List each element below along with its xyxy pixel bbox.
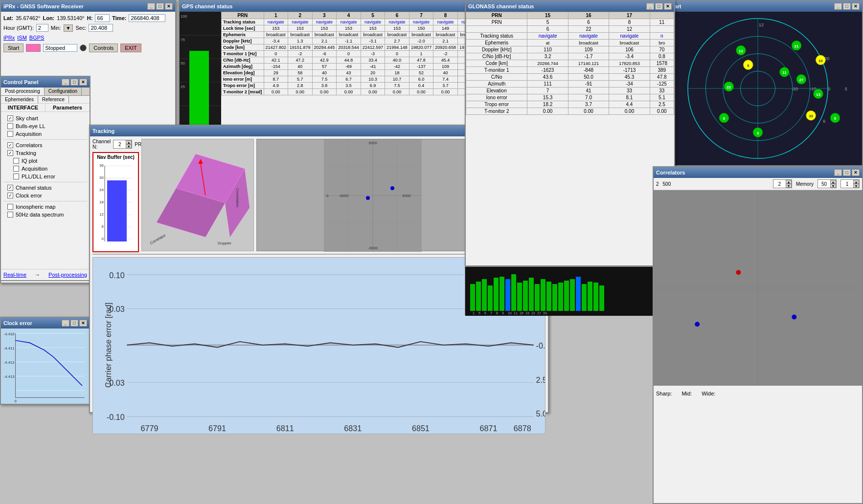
right-close-btn[interactable]: ✕ [852, 169, 860, 176]
gmt-input[interactable] [36, 24, 48, 32]
channel-down-btn[interactable]: ▼ [126, 144, 132, 148]
right-spinner-1[interactable]: ▲ ▼ [773, 179, 792, 188]
glonass-title-bar: GLONASS channel status _ □ ✕ [466, 1, 674, 12]
right-spinner-3[interactable]: ▲ ▼ [840, 179, 860, 188]
data-spectrum-item[interactable]: 50Hz data spectrum [3, 211, 87, 219]
tab-ephemerides[interactable]: Ephemerides [1, 96, 38, 103]
correlators-item[interactable]: Correlators [3, 141, 87, 149]
cp-min-btn[interactable]: _ [62, 79, 69, 86]
glonass-max-btn[interactable]: □ [655, 3, 663, 10]
svg-rect-171 [576, 277, 581, 311]
svg-text:12: 12 [759, 22, 764, 27]
tracking-item[interactable]: Tracking [3, 149, 87, 157]
channel-status-checkbox[interactable] [7, 185, 13, 191]
postproc-btn[interactable]: Post-processing [48, 272, 87, 278]
right-spinner-2[interactable]: ▲ ▼ [818, 179, 837, 188]
iono-map-checkbox[interactable] [7, 204, 13, 210]
iq-checkbox[interactable] [13, 158, 19, 164]
svg-text:Correlation: Correlation [235, 188, 240, 207]
clock-chart: -4.410 -4.411 -4.412 -4.413 0 [1, 329, 90, 404]
clock-error-label: Clock error [16, 193, 42, 198]
glonass-min-btn[interactable]: _ [646, 3, 654, 10]
nav-buffer: Nav Buffer (sec) 36 30 24 18 12 6 0 [92, 152, 139, 252]
bgps-tab[interactable]: BGPS [29, 35, 45, 41]
right-max-btn[interactable]: □ [843, 169, 851, 176]
maximize-btn[interactable]: □ [156, 3, 164, 10]
acq-checkbox[interactable] [13, 166, 19, 172]
svg-rect-157 [494, 278, 499, 311]
acquisition-checkbox[interactable] [7, 131, 13, 137]
svg-rect-154 [476, 282, 481, 311]
sky-min-btn[interactable]: _ [834, 3, 842, 10]
start-button[interactable]: Start [3, 44, 23, 52]
channel-status-item[interactable]: Channel status [3, 184, 87, 192]
cp-max-btn[interactable]: □ [70, 79, 78, 86]
iono-map-item[interactable]: Ionospheric map [3, 203, 87, 211]
svg-text:6: 6 [484, 311, 486, 315]
bullseye-checkbox[interactable] [7, 123, 13, 129]
svg-point-107 [366, 196, 370, 200]
sec-input[interactable] [89, 24, 113, 32]
svg-rect-174 [593, 283, 598, 311]
clock-close-btn[interactable]: ✕ [79, 320, 87, 327]
ism-tab[interactable]: ISM [17, 35, 27, 41]
sky-close-btn[interactable]: ✕ [852, 3, 860, 10]
channel-value[interactable] [114, 142, 126, 147]
svg-text:11: 11 [782, 70, 787, 75]
cp-title-text: Control Panel [3, 79, 39, 85]
bar-chart-svg: 1 5 6 7 8 9 10 11 16 19 22 27 33 [465, 267, 676, 316]
iprx-tab[interactable]: iPRx [3, 35, 15, 41]
clock-min-btn[interactable]: _ [62, 320, 69, 327]
acquisition-item[interactable]: Acquisition [3, 130, 87, 138]
svg-text:75: 75 [181, 38, 185, 42]
h-input[interactable] [95, 14, 110, 22]
correlators-checkbox[interactable] [7, 142, 13, 148]
cp-title-bar: Control Panel _ □ ✕ [1, 77, 90, 88]
svg-text:6871: 6871 [480, 424, 498, 433]
pll-dll-item[interactable]: PLL/DLL error [3, 173, 87, 180]
svg-text:12: 12 [99, 212, 104, 217]
exit-button[interactable]: EXIT [120, 44, 141, 52]
g-prn-header: PRN [466, 12, 527, 19]
acq-item[interactable]: Acquisition [3, 165, 87, 173]
svg-text:36: 36 [99, 163, 104, 168]
min-label: Min: [51, 25, 61, 31]
table-row: Code [km] 20266.74417140.12117820.853157… [466, 60, 674, 67]
sky-chart-checkbox[interactable] [7, 115, 13, 121]
pll-dll-checkbox[interactable] [13, 174, 19, 179]
channel-up-btn[interactable]: ▲ [126, 140, 132, 144]
table-row: T-monitor 1 -1623-848-1713389 [466, 67, 674, 74]
svg-text:10: 10 [508, 311, 512, 315]
svg-text:0.10: 0.10 [109, 271, 124, 280]
table-row: Doppler [kHz] 11010910670 [466, 46, 674, 53]
time-input[interactable] [129, 14, 165, 22]
right-min-btn[interactable]: _ [834, 169, 842, 176]
svg-text:18: 18 [99, 200, 104, 204]
sky-chart-item[interactable]: Sky chart [3, 114, 87, 122]
min-btn[interactable]: ▼ [64, 24, 73, 32]
iq-plot-item[interactable]: IQ plot [3, 157, 87, 165]
tab-postprocessing[interactable]: Post-processing [1, 88, 45, 95]
col-7: 7 [409, 12, 433, 19]
channel-spinner[interactable]: ▲ ▼ [113, 140, 132, 149]
data-spectrum-checkbox[interactable] [7, 212, 13, 218]
cp-close-btn[interactable]: ✕ [79, 79, 87, 86]
glonass-close-btn[interactable]: ✕ [664, 3, 672, 10]
clock-error-checkbox[interactable] [7, 193, 13, 198]
tracking-checkbox[interactable] [7, 150, 13, 156]
minimize-btn[interactable]: _ [147, 3, 155, 10]
table-row: Tropo error 18.23.74.42.5 [466, 101, 674, 108]
tab-configuration[interactable]: Configuration [45, 88, 82, 95]
realtime-btn[interactable]: Real-time [3, 272, 26, 278]
tab-reference[interactable]: Reference [38, 96, 69, 103]
clock-error-item[interactable]: Clock error [3, 192, 87, 199]
col-4: 4 [337, 12, 361, 19]
clock-max-btn[interactable]: □ [70, 320, 78, 327]
table-row: PRN 56811 [466, 19, 674, 26]
controls-button[interactable]: Controls [89, 44, 118, 52]
svg-rect-158 [500, 277, 504, 311]
bullseye-item[interactable]: Bulls-eye LL [3, 122, 87, 130]
svg-text:0: 0 [14, 399, 17, 403]
sky-max-btn[interactable]: □ [843, 3, 851, 10]
close-btn[interactable]: ✕ [165, 3, 173, 10]
